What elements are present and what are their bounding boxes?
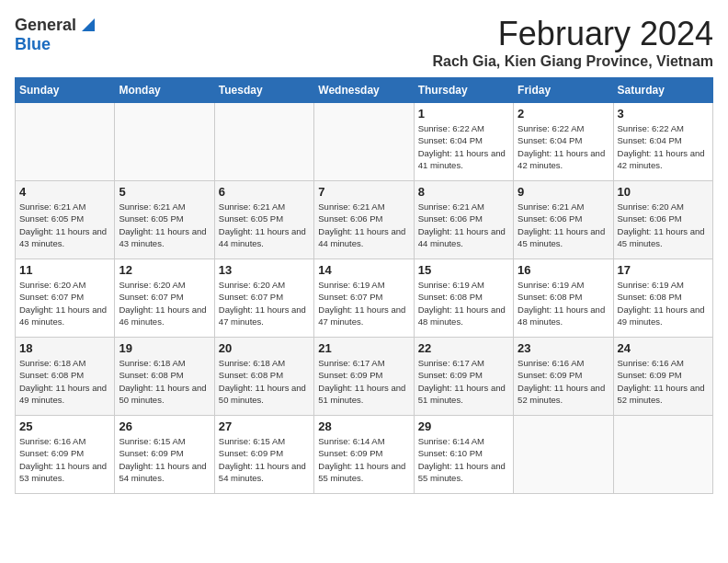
day-detail: Sunrise: 6:16 AM Sunset: 6:09 PM Dayligh… [518,357,609,406]
day-number: 27 [219,419,310,433]
day-number: 15 [418,263,509,277]
day-detail: Sunrise: 6:21 AM Sunset: 6:06 PM Dayligh… [318,201,409,249]
day-number: 22 [418,341,509,355]
calendar-cell: 24Sunrise: 6:16 AM Sunset: 6:09 PM Dayli… [613,338,712,416]
title-section: February 2024 Rach Gia, Kien Giang Provi… [432,15,713,70]
day-number: 17 [618,263,709,277]
logo-general-text: General [15,16,76,35]
calendar-cell: 7Sunrise: 6:21 AM Sunset: 6:06 PM Daylig… [314,181,414,259]
calendar-cell [314,103,414,181]
day-number: 20 [219,341,310,355]
day-number: 10 [618,185,709,199]
calendar-cell: 23Sunrise: 6:16 AM Sunset: 6:09 PM Dayli… [514,338,613,416]
calendar-week-row: 1Sunrise: 6:22 AM Sunset: 6:04 PM Daylig… [16,103,713,181]
day-number: 21 [318,341,409,355]
day-detail: Sunrise: 6:15 AM Sunset: 6:09 PM Dayligh… [119,435,210,484]
calendar-cell: 22Sunrise: 6:17 AM Sunset: 6:09 PM Dayli… [414,338,513,416]
day-number: 4 [19,185,110,199]
logo-blue-text: Blue [15,35,51,53]
calendar-table: SundayMondayTuesdayWednesdayThursdayFrid… [15,77,713,494]
calendar-cell: 3Sunrise: 6:22 AM Sunset: 6:04 PM Daylig… [613,103,712,181]
day-detail: Sunrise: 6:21 AM Sunset: 6:05 PM Dayligh… [19,201,110,249]
calendar-cell [514,416,613,494]
calendar-cell: 19Sunrise: 6:18 AM Sunset: 6:08 PM Dayli… [115,338,214,416]
calendar-week-row: 18Sunrise: 6:18 AM Sunset: 6:08 PM Dayli… [16,338,713,416]
day-detail: Sunrise: 6:22 AM Sunset: 6:04 PM Dayligh… [518,122,609,171]
day-number: 28 [318,419,409,433]
day-number: 18 [19,341,110,355]
calendar-cell: 9Sunrise: 6:21 AM Sunset: 6:06 PM Daylig… [514,181,613,259]
calendar-cell [613,416,712,494]
day-number: 24 [618,341,709,355]
day-detail: Sunrise: 6:20 AM Sunset: 6:07 PM Dayligh… [219,279,310,327]
calendar-header-cell: Thursday [414,78,513,103]
day-detail: Sunrise: 6:18 AM Sunset: 6:08 PM Dayligh… [219,357,310,406]
calendar-cell: 10Sunrise: 6:20 AM Sunset: 6:06 PM Dayli… [613,181,712,259]
day-number: 7 [318,185,409,199]
day-detail: Sunrise: 6:17 AM Sunset: 6:09 PM Dayligh… [318,357,409,406]
day-number: 1 [418,107,509,121]
day-detail: Sunrise: 6:15 AM Sunset: 6:09 PM Dayligh… [219,435,310,484]
day-number: 3 [618,107,709,121]
calendar-cell: 18Sunrise: 6:18 AM Sunset: 6:08 PM Dayli… [16,338,115,416]
calendar-cell: 27Sunrise: 6:15 AM Sunset: 6:09 PM Dayli… [214,416,313,494]
calendar-cell: 26Sunrise: 6:15 AM Sunset: 6:09 PM Dayli… [115,416,214,494]
calendar-cell [115,103,214,181]
calendar-header-cell: Friday [514,78,613,103]
calendar-header-cell: Saturday [613,78,712,103]
calendar-cell: 6Sunrise: 6:21 AM Sunset: 6:05 PM Daylig… [214,181,313,259]
day-number: 11 [19,263,110,277]
day-detail: Sunrise: 6:17 AM Sunset: 6:09 PM Dayligh… [418,357,509,406]
calendar-cell: 21Sunrise: 6:17 AM Sunset: 6:09 PM Dayli… [314,338,414,416]
day-detail: Sunrise: 6:16 AM Sunset: 6:09 PM Dayligh… [618,357,709,406]
location-subtitle: Rach Gia, Kien Giang Province, Vietnam [432,53,713,70]
svg-marker-0 [82,18,95,31]
calendar-cell: 11Sunrise: 6:20 AM Sunset: 6:07 PM Dayli… [16,259,115,338]
day-detail: Sunrise: 6:18 AM Sunset: 6:08 PM Dayligh… [119,357,210,406]
day-number: 23 [518,341,609,355]
day-number: 2 [518,107,609,121]
day-detail: Sunrise: 6:14 AM Sunset: 6:10 PM Dayligh… [418,435,509,484]
day-detail: Sunrise: 6:19 AM Sunset: 6:08 PM Dayligh… [518,279,609,327]
day-detail: Sunrise: 6:22 AM Sunset: 6:04 PM Dayligh… [418,122,509,171]
calendar-week-row: 11Sunrise: 6:20 AM Sunset: 6:07 PM Dayli… [16,259,713,338]
day-detail: Sunrise: 6:19 AM Sunset: 6:08 PM Dayligh… [618,279,709,327]
calendar-header-cell: Wednesday [314,78,414,103]
day-detail: Sunrise: 6:20 AM Sunset: 6:07 PM Dayligh… [119,279,210,327]
day-detail: Sunrise: 6:21 AM Sunset: 6:06 PM Dayligh… [518,201,609,249]
day-number: 26 [119,419,210,433]
calendar-header-cell: Sunday [16,78,115,103]
day-detail: Sunrise: 6:21 AM Sunset: 6:05 PM Dayligh… [119,201,210,249]
calendar-cell: 29Sunrise: 6:14 AM Sunset: 6:10 PM Dayli… [414,416,513,494]
day-detail: Sunrise: 6:22 AM Sunset: 6:04 PM Dayligh… [618,122,709,171]
calendar-cell [214,103,313,181]
day-number: 6 [219,185,310,199]
calendar-header-row: SundayMondayTuesdayWednesdayThursdayFrid… [16,78,713,103]
day-detail: Sunrise: 6:20 AM Sunset: 6:06 PM Dayligh… [618,201,709,249]
calendar-cell: 5Sunrise: 6:21 AM Sunset: 6:05 PM Daylig… [115,181,214,259]
day-number: 8 [418,185,509,199]
calendar-cell: 20Sunrise: 6:18 AM Sunset: 6:08 PM Dayli… [214,338,313,416]
calendar-cell: 17Sunrise: 6:19 AM Sunset: 6:08 PM Dayli… [613,259,712,338]
day-number: 14 [318,263,409,277]
calendar-cell: 2Sunrise: 6:22 AM Sunset: 6:04 PM Daylig… [514,103,613,181]
calendar-week-row: 25Sunrise: 6:16 AM Sunset: 6:09 PM Dayli… [16,416,713,494]
day-number: 9 [518,185,609,199]
calendar-cell: 13Sunrise: 6:20 AM Sunset: 6:07 PM Dayli… [214,259,313,338]
day-detail: Sunrise: 6:20 AM Sunset: 6:07 PM Dayligh… [19,279,110,327]
calendar-cell: 25Sunrise: 6:16 AM Sunset: 6:09 PM Dayli… [16,416,115,494]
page-header: General Blue February 2024 Rach Gia, Kie… [15,15,713,70]
calendar-cell: 12Sunrise: 6:20 AM Sunset: 6:07 PM Dayli… [115,259,214,338]
day-number: 16 [518,263,609,277]
calendar-cell: 1Sunrise: 6:22 AM Sunset: 6:04 PM Daylig… [414,103,513,181]
calendar-cell: 4Sunrise: 6:21 AM Sunset: 6:05 PM Daylig… [16,181,115,259]
calendar-cell: 8Sunrise: 6:21 AM Sunset: 6:06 PM Daylig… [414,181,513,259]
day-number: 12 [119,263,210,277]
day-number: 13 [219,263,310,277]
day-detail: Sunrise: 6:21 AM Sunset: 6:06 PM Dayligh… [418,201,509,249]
day-detail: Sunrise: 6:16 AM Sunset: 6:09 PM Dayligh… [19,435,110,484]
calendar-cell: 14Sunrise: 6:19 AM Sunset: 6:07 PM Dayli… [314,259,414,338]
calendar-cell: 16Sunrise: 6:19 AM Sunset: 6:08 PM Dayli… [514,259,613,338]
day-number: 19 [119,341,210,355]
day-detail: Sunrise: 6:21 AM Sunset: 6:05 PM Dayligh… [219,201,310,249]
